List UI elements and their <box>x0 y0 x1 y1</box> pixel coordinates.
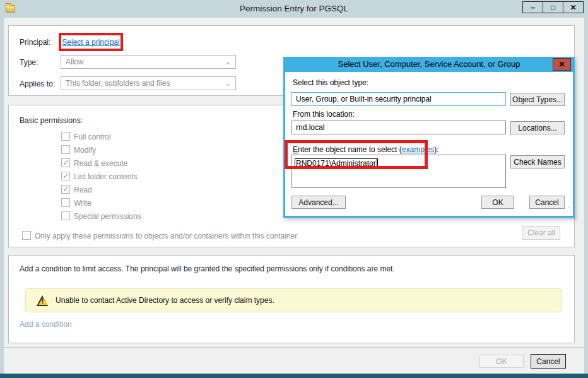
condition-description: Add a condition to limit access. The pri… <box>20 264 395 273</box>
principal-label: Principal: <box>20 38 50 47</box>
object-type-field[interactable]: User, Group, or Built-in security princi… <box>291 92 506 106</box>
close-button[interactable]: ✕ <box>563 1 584 13</box>
resize-grip[interactable]: ⋰ <box>563 206 570 214</box>
checkbox-special-permissions[interactable] <box>61 211 70 220</box>
permission-label: Write <box>74 199 91 208</box>
type-value: Allow <box>66 57 84 66</box>
checkbox-full-control[interactable] <box>61 132 70 141</box>
advanced-button[interactable]: Advanced... <box>291 196 346 209</box>
location-field[interactable]: rnd.local <box>291 121 506 134</box>
select-user-dialog: Select User, Computer, Service Account, … <box>283 57 575 218</box>
chevron-down-icon: ⌄ <box>225 77 231 90</box>
from-location-label: From this location: <box>293 110 355 119</box>
object-types-button[interactable]: Object Types... <box>510 93 565 106</box>
location-value: rnd.local <box>296 123 324 132</box>
minimize-button[interactable]: ‒ <box>522 1 543 13</box>
checkbox-read-execute[interactable] <box>61 158 70 167</box>
applies-to-value: This folder, subfolders and files <box>66 79 170 88</box>
window-controls: ‒ □ ✕ <box>523 1 584 13</box>
picker-cancel-button[interactable]: Cancel <box>529 196 565 209</box>
principal-annotation-box: Select a principal <box>59 33 123 51</box>
locations-button[interactable]: Locations... <box>510 121 565 134</box>
only-apply-label: Only apply these permissions to objects … <box>35 232 297 240</box>
permission-label: Read <box>74 186 92 194</box>
close-icon[interactable]: ✕ <box>553 58 571 71</box>
ok-button[interactable]: OK <box>479 355 524 368</box>
chevron-down-icon: ⌄ <box>225 56 231 68</box>
warning-icon: ! <box>37 295 49 306</box>
checkbox-modify[interactable] <box>61 145 70 154</box>
clear-all-button[interactable]: Clear all <box>522 226 560 240</box>
window-bottom-border <box>0 374 588 378</box>
applies-to-label: Applies to: <box>20 80 55 88</box>
permission-label: List folder contents <box>74 172 138 181</box>
checkbox-read[interactable] <box>61 185 70 194</box>
checkbox-only-apply[interactable] <box>22 231 31 240</box>
window-title: Permission Entry for PGSQL <box>0 4 588 13</box>
object-type-label: Select this object type: <box>293 78 368 87</box>
permission-label: Modify <box>74 146 96 155</box>
picker-ok-button[interactable]: OK <box>481 196 514 209</box>
check-names-button[interactable]: Check Names <box>510 155 565 168</box>
object-name-annotation-box <box>285 140 428 169</box>
title-bar: Permission Entry for PGSQL ‒ □ ✕ <box>0 0 588 18</box>
permission-label: Full control <box>74 133 111 141</box>
permission-entry-window: Permission Entry for PGSQL ‒ □ ✕ Princip… <box>0 0 588 378</box>
add-condition-link[interactable]: Add a condition <box>20 320 72 329</box>
label-suffix: ): <box>434 145 438 154</box>
footer-divider <box>4 347 584 348</box>
cancel-button[interactable]: Cancel <box>531 354 566 369</box>
checkbox-list-folder-contents[interactable] <box>61 172 70 180</box>
object-type-value: User, Group, or Built-in security princi… <box>296 95 432 103</box>
applies-to-dropdown[interactable]: This folder, subfolders and files ⌄ <box>61 76 236 90</box>
warning-banner: ! Unable to contact Active Directory to … <box>25 288 562 312</box>
select-principal-link[interactable]: Select a principal <box>62 38 119 47</box>
warning-text: Unable to contact Active Directory to ac… <box>56 296 274 305</box>
select-user-dialog-title: Select User, Computer, Service Account, … <box>283 57 575 72</box>
permission-label: Special permissions <box>74 212 141 221</box>
type-label: Type: <box>20 58 38 67</box>
maximize-button[interactable]: □ <box>543 1 563 13</box>
basic-permissions-label: Basic permissions: <box>20 116 83 125</box>
checkbox-write[interactable] <box>61 198 70 207</box>
type-dropdown[interactable]: Allow ⌄ <box>61 55 236 69</box>
permission-label: Read & execute <box>74 159 127 168</box>
